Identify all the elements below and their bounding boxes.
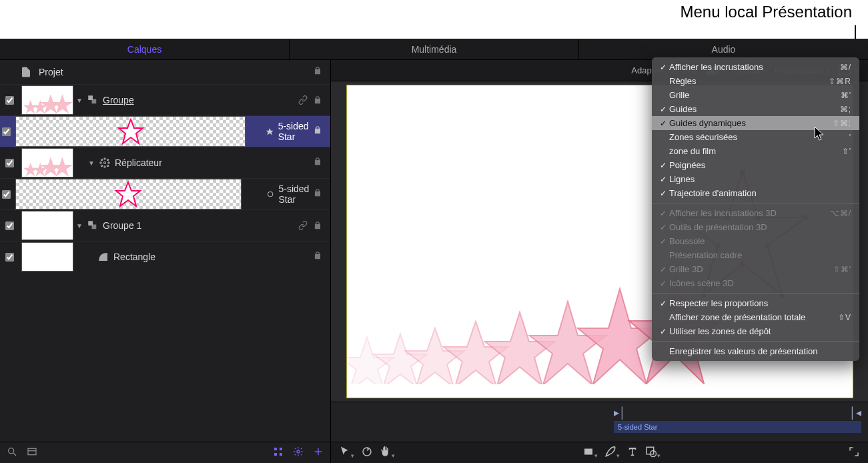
toolbar: ▾ ▾ ▾ ▾ ▾ (331, 442, 868, 463)
layer-checkbox[interactable] (5, 159, 14, 167)
svg-point-33 (297, 450, 300, 453)
layer-row-star-rep[interactable]: 5-sided Star (0, 178, 330, 209)
menu-shortcut: ' (849, 133, 851, 142)
tab-media[interactable]: Multimédia (290, 39, 579, 59)
presentation-menu[interactable]: ✓Afficher les incrustations⌘/Règles⇧⌘RGr… (652, 57, 859, 361)
svg-rect-5 (92, 99, 97, 104)
shapes-icon (87, 219, 99, 232)
expand-icon[interactable] (848, 446, 860, 460)
menu-item[interactable]: ✓Respecter les proportions (652, 296, 859, 310)
lock-icon[interactable] (313, 95, 322, 105)
svg-rect-31 (274, 453, 277, 456)
menu-item: ✓Grille 3D⇧⌘' (652, 262, 859, 276)
disclosure-icon[interactable]: ▼ (73, 222, 85, 229)
lock-icon[interactable] (313, 66, 322, 78)
hand-tool[interactable]: ▾ (380, 446, 395, 460)
lock-icon[interactable] (313, 251, 322, 263)
timeline-clip[interactable]: 5-sided Star (614, 421, 861, 433)
project-row[interactable]: Projet (0, 60, 330, 84)
layer-row-rectangle[interactable]: Rectangle (0, 241, 330, 272)
menu-item[interactable]: zone du film⇧' (652, 144, 859, 158)
svg-point-14 (104, 166, 105, 167)
layer-row-star-selected[interactable]: 5-sided Star (0, 115, 330, 147)
star-icon (266, 125, 274, 137)
lock-icon[interactable] (313, 157, 322, 169)
menu-label: Boussole (669, 236, 851, 246)
layer-actions (298, 221, 322, 230)
disclosure-icon[interactable]: ▼ (85, 159, 97, 167)
pointer-tool[interactable]: ▾ (339, 446, 354, 460)
lock-icon[interactable] (313, 188, 322, 200)
playhead-in-icon[interactable]: ▸│ (614, 406, 626, 419)
mini-timeline[interactable]: ▸│ 5-sided Star │◂ (331, 402, 868, 442)
svg-point-18 (107, 159, 108, 160)
disclosure-icon[interactable]: ▼ (73, 97, 85, 104)
svg-point-16 (108, 162, 109, 163)
rectangle-icon (97, 251, 109, 263)
tab-layers[interactable]: Calques (0, 39, 290, 59)
menu-item[interactable]: Zones sécurisées' (652, 130, 859, 144)
layer-thumbnail (21, 242, 73, 272)
svg-point-56 (363, 448, 371, 456)
layer-thumbnail (21, 85, 73, 115)
menu-item[interactable]: ✓Guides dynamiques⇧⌘; (652, 116, 859, 130)
menu-item[interactable]: Afficher zone de présentation totale⇧V (652, 310, 859, 324)
panel-icon[interactable] (27, 446, 37, 460)
gear-icon[interactable] (293, 446, 304, 460)
lock-icon[interactable] (313, 221, 322, 230)
layer-thumbnail (15, 179, 242, 209)
menu-item[interactable]: ✓Utiliser les zones de dépôt (652, 324, 859, 338)
menu-label: Enregistrer les valeurs de présentation (669, 346, 851, 356)
add-icon[interactable] (313, 446, 324, 460)
layer-checkbox[interactable] (5, 96, 14, 105)
pen-tool[interactable]: ▾ (604, 446, 620, 460)
menu-shortcut: ⌘/ (840, 63, 851, 72)
svg-point-12 (104, 162, 106, 164)
layer-thumbnail (15, 116, 245, 147)
layer-thumbnail (21, 211, 73, 240)
layer-checkbox[interactable] (2, 127, 11, 136)
menu-label: Poignées (669, 160, 851, 170)
link-icon[interactable] (298, 95, 308, 105)
menu-item[interactable]: ✓Guides⌘; (652, 102, 859, 116)
menu-item[interactable]: Grille⌘' (652, 88, 859, 102)
menu-label: Guides dynamiques (669, 118, 833, 128)
layer-checkbox[interactable] (5, 253, 14, 262)
menu-item: ✓Icônes scène 3D (652, 276, 859, 290)
text-tool[interactable] (626, 446, 638, 460)
playhead-out-icon[interactable]: │◂ (849, 406, 861, 419)
menu-label: Afficher zone de présentation totale (669, 312, 838, 322)
mask-tool[interactable]: ▾ (645, 446, 661, 460)
menu-item[interactable]: ✓Afficher les incrustations⌘/ (652, 60, 859, 74)
layer-checkbox[interactable] (5, 221, 14, 230)
tab-audio[interactable]: Audio (579, 39, 868, 59)
lock-icon[interactable] (313, 125, 322, 137)
menu-item[interactable]: Enregistrer les valeurs de présentation (652, 344, 859, 358)
rect-tool[interactable]: ▾ (582, 446, 598, 460)
check-icon: ✓ (657, 327, 669, 336)
menu-item[interactable]: ✓Trajectoire d'animation (652, 186, 859, 200)
layer-row-group1[interactable]: ▼ Groupe 1 (0, 209, 330, 241)
rotate-tool[interactable] (361, 446, 373, 460)
search-icon[interactable] (7, 446, 17, 460)
layer-row-replicator[interactable]: ▼ Réplicateur (0, 147, 330, 178)
check-icon: ✓ (657, 265, 669, 274)
layer-checkbox[interactable] (2, 190, 11, 199)
layer-row-group[interactable]: ▼ Groupe (0, 84, 330, 115)
check-icon: ✓ (657, 223, 669, 232)
check-icon: ✓ (657, 161, 669, 170)
check-icon: ✓ (657, 119, 669, 128)
svg-marker-6 (119, 119, 143, 143)
grid-icon[interactable] (273, 446, 284, 460)
menu-label: Afficher les incrustations (669, 62, 840, 72)
menu-separator (652, 293, 859, 294)
menu-item[interactable]: ✓Poignées (652, 158, 859, 172)
menu-item: ✓Outils de présentation 3D (652, 220, 859, 234)
link-icon[interactable] (298, 221, 308, 230)
layer-label: Groupe 1 (103, 220, 141, 231)
menu-item[interactable]: ✓Lignes (652, 172, 859, 186)
menu-label: Afficher les incrustations 3D (669, 208, 830, 218)
svg-point-15 (100, 162, 101, 163)
menu-item[interactable]: Règles⇧⌘R (652, 74, 859, 88)
layer-label: Réplicateur (115, 157, 162, 168)
